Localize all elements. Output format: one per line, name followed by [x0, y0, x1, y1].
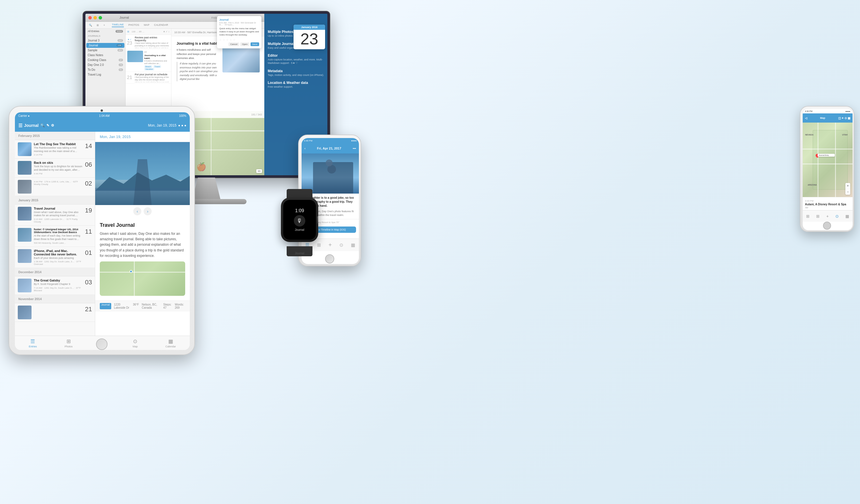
imac-journal-item-journal[interactable]: Journal 139	[86, 43, 125, 48]
watch-body: 1:09 🎙 Journal	[281, 197, 318, 242]
ipad-list-text-11: footer: © Unsigned Integer UG, 2014 Slid…	[34, 228, 83, 244]
ipad-list-item-14[interactable]: Let The Dog See The Rabbit The Rainboose…	[15, 140, 95, 159]
apple-logo-icon: 🍎	[196, 162, 206, 172]
ipad-camera-icon	[101, 109, 103, 112]
ipad-list-item-02[interactable]: 4:44 PM · 179 in 1265 E, Lehi, Uta… · 63…	[15, 178, 95, 196]
imac-close-btn[interactable]	[88, 16, 92, 19]
imac-journal-item-todo[interactable]: To Do 51	[85, 67, 125, 72]
ipad-detail-body: Given what I said above, Day One also ma…	[100, 231, 185, 258]
ipad-tab-map[interactable]: ⊙ Map	[133, 338, 138, 348]
imac-entry-row-21[interactable]: 21 Put your journal on schedule I find j…	[126, 72, 171, 84]
iphone-r-tab-add-icon[interactable]: +	[826, 214, 829, 219]
iphone-large-home-btn[interactable]	[325, 254, 334, 264]
ipad-settings-icon[interactable]: ⚙	[51, 123, 54, 128]
iphone-r-tab-photos-icon[interactable]: ⊞	[816, 214, 820, 219]
imac-journal-item-travellog[interactable]: Travel Log	[85, 72, 125, 77]
imac-entry-tab-timeline[interactable]: ⊟	[127, 30, 129, 33]
imac-entry-sort-icons[interactable]: ★ ✓ ↕	[163, 30, 169, 33]
imac-tab-timeline[interactable]: TIMELINE	[112, 23, 124, 27]
ipad-list-text-06: Back on skis Took the boys up to Brighto…	[34, 161, 83, 175]
imac-journal-sample-count: 301	[117, 49, 123, 51]
iphone-r-tab-map-icon[interactable]: ⊙	[835, 214, 839, 219]
ipad-tab-calendar[interactable]: ▦ Calendar	[166, 338, 176, 348]
ipad-home-btn[interactable]	[96, 339, 108, 350]
iphone-r-battery: ●●●●	[845, 110, 850, 112]
iphone-l-back-icon[interactable]: ‹	[304, 147, 305, 150]
imac-journal-item-sample[interactable]: Sample 301	[85, 48, 125, 53]
ipad-tab-entries[interactable]: ☰ Entries	[29, 338, 37, 348]
ipad-thumb-img-11	[18, 228, 31, 242]
ipad-list-date-21-nov: 21	[85, 306, 92, 313]
iphone-right-home-btn[interactable]	[823, 222, 831, 229]
imac-map-3d-btn[interactable]: 3D	[256, 169, 262, 173]
iphone-r-tab-calendar-icon[interactable]: ▦	[845, 214, 849, 219]
ipad-tab-photos[interactable]: ⊞ Photos	[64, 338, 73, 348]
imac-tab-photos[interactable]: PHOTOS	[128, 24, 139, 27]
iphone-l-more-icon[interactable]: •••	[353, 147, 356, 150]
imac-grid-icon[interactable]: ⊞	[97, 24, 99, 27]
widget-open-btn[interactable]: Open	[240, 42, 249, 46]
ipad-list-item-06[interactable]: Back on skis Took the boys up to Brighto…	[15, 159, 95, 177]
imac-journal-item-3[interactable]: Journal 3 147	[85, 38, 125, 43]
ipad-list-item-03[interactable]: The Great Gatsby By F. Scott Fitzgerald …	[15, 276, 95, 295]
ipad-thumb-img-02	[18, 180, 31, 194]
ipad-list-meta-06: 4:44 PM	[34, 173, 83, 175]
star-4: ☆	[230, 39, 232, 41]
iphone-r-tab-entries-icon[interactable]: ⊞	[806, 214, 809, 219]
widget-save-btn[interactable]: Save	[250, 42, 259, 46]
ipad-calendar-label: Calendar	[166, 345, 176, 348]
iphone-r-entry-title: Aulani, A Disney Resort & Spa	[805, 203, 850, 206]
imac-journal-item-cooking[interactable]: Cooking Class 37	[85, 58, 125, 62]
iphone-l-tab-calendar-icon[interactable]: ▦	[351, 242, 355, 248]
ipad-list-item-01[interactable]: iPhone, iPad, and Mac. Connected like ne…	[15, 247, 95, 268]
imac-minimize-btn[interactable]	[94, 16, 97, 19]
imac-search-icon[interactable]: 🔍	[89, 24, 92, 27]
ipad-list-item-19[interactable]: Travel Journal Given what I said above, …	[15, 205, 95, 226]
iphone-r-state-label-nv: NEVADA	[805, 134, 814, 136]
imac-tag-travel: Travel	[153, 65, 161, 68]
ipad-photos-icon: ⊞	[67, 338, 71, 344]
imac-add-btn[interactable]: +	[103, 24, 105, 27]
ipad-screen: Carrier ● 1:04 AM 100% ☰ Journal 🔍 ✎ ⚙ M…	[15, 112, 190, 350]
imac-entry-row-23[interactable]: ★ ✓ 23 Review past entries frequently. I…	[126, 35, 171, 49]
imac-journal-item-classnotes[interactable]: Class Notes	[85, 53, 125, 58]
imac-tab-calendar[interactable]: CALENDAR	[154, 24, 168, 27]
ipad-thumb-19	[18, 207, 31, 221]
iphone-l-header: ‹ Fri, Apr 21, 2017 •••	[302, 143, 359, 153]
imac-entry-content-21: Put your journal on schedule I find jour…	[133, 72, 171, 83]
imac-entry-title-23: Review past entries frequently.	[135, 36, 169, 42]
ipad-list-date-02: 02	[85, 180, 92, 187]
iphone-right-device: 4:30 PM ●●●● ◁ Map ◫ ✦ ⊙ ▦ NEVADA UTAH	[800, 106, 854, 232]
ipad-list-meta-11: 500 Mt Heavenly, South Lake…	[34, 242, 83, 244]
imac-journal-3-count: 147	[117, 39, 123, 42]
imac-journal-item-dayone[interactable]: Day One 2.0 74	[85, 62, 125, 67]
widget-cancel-btn[interactable]: Cancel	[228, 42, 239, 46]
iphone-r-entry-date: 3:43 PM	[805, 199, 850, 202]
ipad-device: Carrier ● 1:04 AM 100% ☰ Journal 🔍 ✎ ⚙ M…	[9, 106, 195, 355]
ipad-prev-btn[interactable]: ‹	[133, 207, 141, 216]
ipad-list-item-21[interactable]: 21	[15, 303, 95, 322]
ipad-next-btn[interactable]: ›	[144, 207, 152, 216]
ipad-list-text-03: The Great Gatsby By F. Scott Fitzgerald …	[34, 279, 83, 292]
imac-maximize-btn[interactable]	[99, 16, 102, 19]
imac-entry-row-22[interactable]: 22 Journaling is a vital habit. It foste…	[126, 49, 171, 72]
imac-all-entries[interactable]: All Entries 9334	[85, 29, 125, 34]
ipad-compose-icon[interactable]: ✎	[46, 123, 49, 128]
feature-location-title: Location & Weather data	[268, 81, 324, 85]
iphone-r-icons[interactable]: ◫ ✦ ⊙ ▦	[838, 117, 850, 120]
imac-entry-photo-22	[127, 51, 143, 62]
iphone-r-zoom-out-btn[interactable]: −	[845, 189, 850, 195]
ipad-list-item-11[interactable]: footer: © Unsigned Integer UG, 2014 Slid…	[15, 226, 95, 247]
imac-entry-num-21: 21	[127, 75, 132, 80]
iphone-r-back-icon[interactable]: ◁	[805, 117, 807, 120]
imac-entry-title-22: Journaling is a vital habit.	[144, 54, 169, 60]
iphone-l-tab-map-icon[interactable]: ⊙	[340, 242, 343, 248]
imac-tab-map[interactable]: MAP	[144, 24, 149, 27]
ipad-list-text-01: iPhone, iPad, and Mac. Connected like ne…	[34, 249, 83, 266]
ipad-thumb-img-14	[18, 142, 31, 156]
feature-editor-title: Editor	[268, 54, 324, 58]
ipad-search-icon[interactable]: 🔍	[40, 123, 45, 128]
iphone-l-tab-add-icon[interactable]: +	[329, 242, 332, 248]
iphone-r-map-tooltip: Journal Entry	[818, 154, 835, 157]
iphone-r-zoom-in-btn[interactable]: +	[845, 183, 850, 189]
